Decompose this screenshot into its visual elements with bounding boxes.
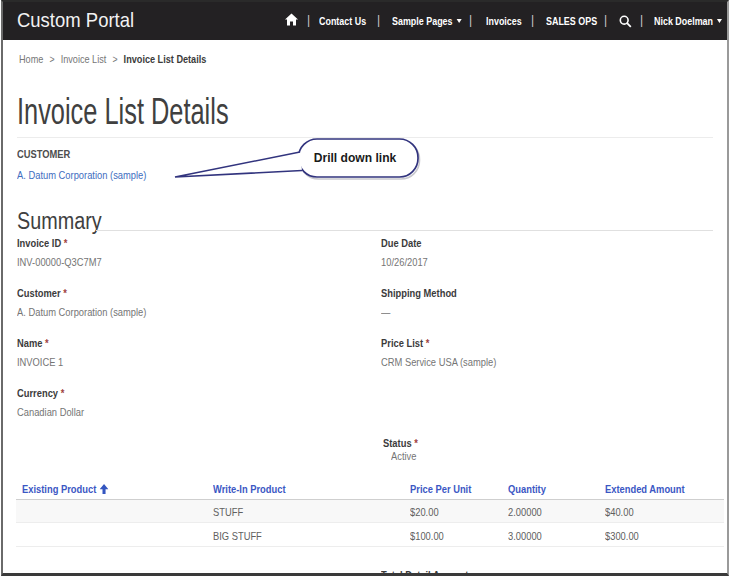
svg-text:Drill down link: Drill down link — [314, 151, 397, 165]
